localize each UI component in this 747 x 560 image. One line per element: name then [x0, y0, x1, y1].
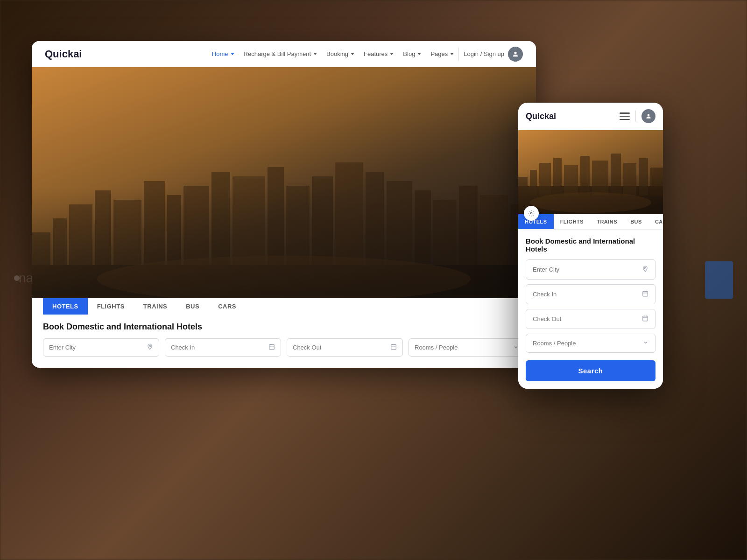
mobile-tab-trains[interactable]: TRAINS — [590, 214, 624, 229]
desktop-nav-links: Home Recharge & Bill Payment Booking Fea… — [212, 50, 454, 57]
mobile-calendar-icon — [642, 290, 648, 298]
calendar-icon — [390, 343, 397, 351]
checkout-input[interactable] — [293, 344, 387, 351]
svg-rect-49 — [643, 291, 648, 296]
mobile-checkout-field[interactable] — [526, 309, 655, 329]
search-fields — [43, 338, 525, 357]
mobile-hero — [518, 130, 663, 214]
mobile-checkin-field[interactable] — [526, 284, 655, 304]
rooms-input[interactable] — [415, 344, 509, 351]
gear-button[interactable] — [524, 206, 539, 221]
svg-rect-29 — [391, 344, 396, 350]
desktop-tab-bar: HOTELS FLIGHTS TRAINS BUS CARS — [43, 298, 525, 315]
tab-hotels[interactable]: HOTELS — [43, 298, 88, 315]
mobile-search-button[interactable]: Search — [526, 360, 655, 381]
tab-flights[interactable]: FLIGHTS — [88, 298, 134, 315]
svg-rect-42 — [611, 154, 621, 196]
chevron-down-icon — [231, 53, 234, 55]
mobile-navbar: Quickai — [518, 103, 663, 130]
svg-point-0 — [514, 51, 516, 54]
mobile-checkout-input[interactable] — [533, 315, 638, 322]
tab-trains[interactable]: TRAINS — [134, 298, 176, 315]
mobile-logo: Quickai — [526, 112, 620, 121]
svg-rect-35 — [518, 177, 528, 196]
bg-blue-rect — [705, 261, 733, 299]
svg-point-33 — [648, 114, 650, 116]
tab-cars[interactable]: CARS — [209, 298, 246, 315]
desktop-hero: HOTELS FLIGHTS TRAINS BUS CARS Book Dome… — [32, 67, 536, 368]
mobile-tab-bar: HOTELS FLIGHTS TRAINS BUS CARS — [518, 214, 663, 230]
svg-rect-40 — [580, 156, 590, 196]
nav-item-pages[interactable]: Pages — [430, 50, 454, 57]
avatar[interactable] — [508, 47, 523, 62]
mobile-calendar-icon — [642, 315, 648, 323]
mobile-content: Book Domestic and International Hotels — [518, 230, 663, 381]
nav-item-booking[interactable]: Booking — [326, 50, 354, 57]
mobile-tab-flights[interactable]: FLIGHTS — [554, 214, 591, 229]
desktop-logo: Quickai — [45, 48, 82, 60]
nav-item-home[interactable]: Home — [212, 50, 234, 57]
mobile-rooms-input[interactable] — [533, 340, 639, 347]
login-button[interactable]: Login / Sign up — [464, 50, 504, 57]
hamburger-icon[interactable] — [620, 112, 630, 120]
mobile-nav-divider — [635, 111, 636, 122]
svg-rect-45 — [650, 168, 663, 196]
svg-rect-36 — [530, 170, 537, 196]
mobile-tab-bus[interactable]: BUS — [624, 214, 648, 229]
mobile-tab-cars[interactable]: CARS — [648, 214, 663, 229]
nav-divider — [458, 48, 459, 61]
mobile-location-icon — [642, 266, 648, 273]
city-field[interactable] — [43, 338, 159, 357]
nav-item-blog[interactable]: Blog — [403, 50, 421, 57]
mobile-city-skyline — [518, 149, 663, 214]
mobile-search-title: Book Domestic and International Hotels — [526, 237, 655, 253]
svg-point-48 — [644, 267, 646, 269]
checkin-input[interactable] — [171, 344, 265, 351]
mobile-rooms-field[interactable] — [526, 334, 655, 353]
desktop-search-panel: HOTELS FLIGHTS TRAINS BUS CARS Book Dome… — [32, 298, 536, 368]
mobile-checkin-input[interactable] — [533, 291, 638, 298]
svg-rect-44 — [639, 158, 648, 196]
mobile-city-input[interactable] — [533, 266, 638, 273]
svg-rect-41 — [592, 161, 608, 196]
chevron-down-icon — [450, 53, 454, 55]
svg-point-24 — [149, 345, 151, 347]
rooms-field[interactable] — [409, 338, 525, 357]
mobile-search-panel: HOTELS FLIGHTS TRAINS BUS CARS Book Dome… — [518, 214, 663, 389]
city-input[interactable] — [49, 344, 143, 351]
search-title: Book Domestic and International Hotels — [43, 322, 525, 332]
svg-rect-43 — [623, 163, 636, 196]
location-icon — [147, 343, 153, 351]
nav-item-features[interactable]: Features — [364, 50, 394, 57]
mobile-mockup: Quickai — [518, 103, 663, 389]
checkin-field[interactable] — [165, 338, 281, 357]
svg-rect-53 — [643, 316, 648, 321]
chevron-down-icon — [313, 53, 317, 55]
mobile-chevron-down-icon — [643, 340, 648, 347]
svg-rect-37 — [539, 163, 551, 196]
svg-point-46 — [530, 192, 651, 213]
checkout-field[interactable] — [287, 338, 403, 357]
calendar-icon — [268, 343, 275, 351]
desktop-navbar: Quickai Home Recharge & Bill Payment Boo… — [32, 41, 536, 67]
nav-item-recharge[interactable]: Recharge & Bill Payment — [244, 50, 317, 57]
svg-rect-38 — [553, 158, 562, 196]
desktop-mockup: Quickai Home Recharge & Bill Payment Boo… — [32, 41, 536, 368]
chevron-down-icon — [351, 53, 354, 55]
chevron-down-icon — [417, 53, 421, 55]
mobile-city-field[interactable] — [526, 259, 655, 280]
svg-rect-39 — [564, 165, 578, 196]
tab-bus[interactable]: BUS — [176, 298, 209, 315]
chevron-down-icon — [390, 53, 394, 55]
mobile-avatar[interactable] — [641, 109, 655, 123]
svg-rect-25 — [269, 344, 275, 350]
svg-point-47 — [530, 212, 532, 214]
